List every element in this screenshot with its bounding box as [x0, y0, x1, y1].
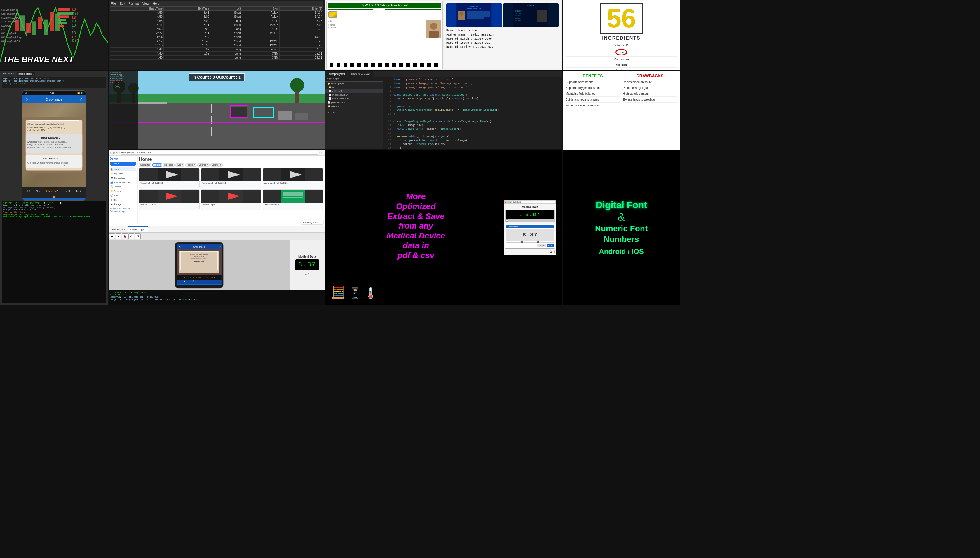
- file-2[interactable]: You created • 10 Oct 2023: [201, 168, 262, 188]
- tool-play[interactable]: ▶: [109, 233, 115, 239]
- file-3[interactable]: You created • 10 Oct 2023: [263, 168, 323, 188]
- confirm-icon[interactable]: ✓: [79, 97, 82, 102]
- file-4[interactable]: New Tab (1).mp4: [139, 189, 199, 210]
- editor-tab-bar[interactable]: pubspec.yaml image_cropp.dart: [325, 71, 562, 77]
- tab-active[interactable]: pubspec.yaml: [326, 71, 347, 77]
- new-button[interactable]: + New: [110, 161, 136, 166]
- info-icon[interactable]: ℹ: [553, 250, 555, 254]
- filter-folders[interactable]: □ Folders: [163, 163, 175, 167]
- cancel-button[interactable]: Cancel: [537, 244, 546, 247]
- crop-controls[interactable]: ⊞ ↺ ⇄: [23, 198, 86, 201]
- filter-people[interactable]: People ▾: [185, 163, 196, 167]
- benefit-energy: Immediate energy source: [566, 103, 620, 108]
- sidebar-shared[interactable]: 👥 Shared with me: [110, 180, 136, 185]
- sidebar-home[interactable]: 🏠 Home: [110, 167, 136, 171]
- file-3-name: You created • 10 Oct 2023: [263, 181, 323, 185]
- crop-slider[interactable]: [506, 242, 553, 243]
- url-bar[interactable]: drive.google.com/drive/home: [119, 151, 320, 154]
- tool-debug[interactable]: 🐞: [122, 233, 128, 239]
- tool-refresh[interactable]: ↺: [128, 233, 134, 239]
- sidebar-spam[interactable]: 🚫 Spam: [110, 193, 136, 198]
- crop-image-preview[interactable]: Wholemeal cereal biscuits fortified with…: [23, 103, 86, 187]
- id-father-row: Father Name : Sadiq Hussain: [446, 33, 558, 36]
- filter-row[interactable]: Suggested ✓ Files □ Folders Type ▾ Peopl…: [139, 163, 323, 167]
- menu-format[interactable]: Format: [129, 2, 139, 5]
- tree-image-view[interactable]: 📄 imageView.dart: [325, 93, 384, 97]
- menu-help[interactable]: Help: [153, 2, 159, 5]
- tree-root[interactable]: 📁 flutter_project: [325, 82, 384, 85]
- tab-inactive[interactable]: image_cropp.dart: [348, 71, 373, 77]
- filter-type[interactable]: Type ▾: [175, 163, 184, 167]
- tab-pubspec[interactable]: pubspec.yaml: [2, 72, 16, 75]
- sidebar-storage[interactable]: ☁ Storage: [110, 202, 136, 207]
- get-more-storage[interactable]: Get more storage: [110, 210, 136, 212]
- menu-file[interactable]: File: [111, 2, 116, 5]
- svg-rect-123: [176, 280, 221, 284]
- benefit-fluid: Maintains fluid balance: [566, 91, 620, 97]
- ratio-1-1[interactable]: 1:1: [26, 190, 31, 193]
- tree-pubspec[interactable]: 📄 pubspec.yaml: [325, 100, 384, 104]
- svg-text:Wheat Flour (61%), Sugar...: Wheat Flour (61%), Sugar...: [191, 258, 207, 259]
- sidebar-my-drive[interactable]: 📁 My Drive: [110, 171, 136, 176]
- tool-settings[interactable]: ⚙: [135, 233, 141, 239]
- sidebar-starred[interactable]: ⭐ Starred: [110, 189, 136, 193]
- ratio-original[interactable]: ORIGINAL: [46, 190, 60, 193]
- svg-rect-6: [44, 20, 48, 35]
- tree-surveillance[interactable]: 📄 surveillance.dart: [325, 97, 384, 100]
- trading-menu-bar[interactable]: File Edit Format View Help: [110, 1, 323, 6]
- bookmark-icon[interactable]: ☆: [321, 151, 323, 154]
- svg-rect-43: [467, 15, 490, 16]
- tree-main[interactable]: 📄 main.dart: [325, 89, 384, 93]
- ratio-3-2[interactable]: 3:2: [36, 190, 41, 193]
- code-editor-content[interactable]: import 'package:flutter/material.dart'; …: [392, 77, 562, 149]
- svg-text:5.00: 5.00: [71, 31, 77, 35]
- tab-pubspec-yaml[interactable]: pubspec.yaml: [109, 226, 128, 232]
- reload-button[interactable]: ↺: [116, 151, 118, 154]
- id-card-cell: ☪ PAKISTAN National Identity Card CiA: [325, 0, 562, 70]
- filter-modified[interactable]: Modified ▾: [197, 163, 209, 167]
- settings-icon[interactable]: ⚙: [549, 250, 552, 254]
- android-toolbar[interactable]: ▶ ■ 🐞 ↺ ⚙: [109, 233, 324, 240]
- id-card-physical: ☪ PAKISTAN National Identity Card CiA: [326, 1, 443, 69]
- forward-button[interactable]: ▷: [113, 151, 115, 154]
- svg-rect-35: [429, 31, 439, 38]
- svg-text:ORIGINAL: ORIGINAL: [193, 277, 202, 278]
- filter-location[interactable]: Location ▾: [211, 163, 223, 167]
- table-row: 4:408:02LongCNM32.01: [110, 52, 323, 56]
- tab-image-crop[interactable]: image_cropp...: [17, 72, 35, 75]
- medical-checkbox[interactable]: [506, 219, 508, 222]
- crop-dialog-buttons[interactable]: Cancel Crop: [506, 244, 553, 247]
- back-button[interactable]: ◁: [110, 151, 112, 154]
- file-5[interactable]: ChalGPT.mp4: [201, 189, 262, 210]
- file-6[interactable]: VO for Mahalstix: [263, 189, 323, 210]
- tree-android[interactable]: 📁 android: [325, 104, 384, 108]
- id-flag-strip: [328, 9, 441, 10]
- father-field-label: Father: [328, 24, 441, 26]
- android-canvas: Crop Image ✕ ✓ Wholemeal cereal biscuits…: [109, 240, 290, 290]
- table-row: 4:555:00LongCFG25.75: [110, 27, 323, 31]
- slider-thumb[interactable]: [520, 241, 523, 243]
- filter-files[interactable]: ✓ Files: [152, 163, 162, 167]
- radio-btn[interactable]: [305, 272, 307, 275]
- sidebar-computers[interactable]: 💻 Computers: [110, 176, 136, 180]
- tab-image-cropper[interactable]: image_cropp...: [128, 226, 148, 232]
- tree-lib[interactable]: 📁 lib: [325, 85, 384, 89]
- filter-suggested[interactable]: Suggested: [139, 163, 152, 167]
- slider-thumb-2[interactable]: [537, 241, 539, 243]
- close-icon[interactable]: ✕: [25, 97, 29, 102]
- sidebar-bin[interactable]: 🗑 Bin: [110, 198, 136, 202]
- sidebar-recent[interactable]: 🕐 Recent: [110, 185, 136, 189]
- upload-close[interactable]: ✕: [320, 221, 321, 223]
- ratio-16-9[interactable]: 16:9: [76, 190, 81, 193]
- table-row: 4:555:00LongCFG25.75: [110, 19, 323, 23]
- digital-amp: &: [618, 211, 625, 223]
- ratio-4-3[interactable]: 4:3: [66, 190, 70, 193]
- crop-button[interactable]: Crop: [547, 244, 553, 247]
- code-snippet: import 'package:flutter/material.dart'; …: [2, 77, 106, 88]
- file-1[interactable]: You added • 10 Oct 2023: [139, 168, 199, 188]
- ratio-selector[interactable]: 1:1 3:2 ORIGINAL 4:3 16:9: [23, 187, 86, 195]
- panel-icons: ⚙ ℹ: [505, 250, 555, 254]
- menu-view[interactable]: View: [142, 2, 150, 5]
- menu-edit[interactable]: Edit: [120, 2, 125, 5]
- tool-stop[interactable]: ■: [115, 233, 122, 239]
